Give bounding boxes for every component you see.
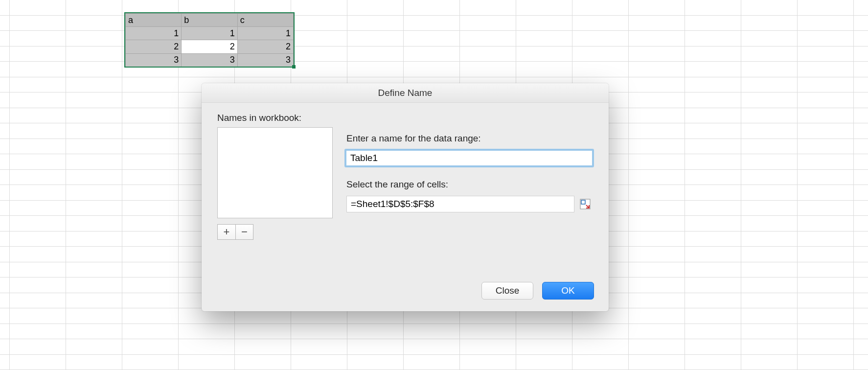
grid-cell[interactable]: [10, 278, 66, 293]
grid-cell[interactable]: [66, 278, 122, 293]
grid-cell[interactable]: [10, 77, 66, 93]
grid-cell[interactable]: [122, 154, 179, 170]
grid-cell[interactable]: [798, 231, 854, 247]
name-input[interactable]: [346, 151, 592, 165]
grid-cell[interactable]: [798, 262, 854, 278]
grid-cell[interactable]: [66, 216, 122, 231]
grid-cell[interactable]: [741, 201, 798, 216]
grid-cell[interactable]: [685, 92, 741, 108]
grid-cell[interactable]: [516, 324, 572, 340]
grid-cell[interactable]: [66, 355, 122, 370]
grid-cell[interactable]: [66, 31, 122, 46]
grid-cell[interactable]: [235, 324, 291, 340]
grid-cell[interactable]: [10, 308, 66, 324]
grid-cell[interactable]: [572, 339, 629, 355]
grid-cell[interactable]: [741, 262, 798, 278]
grid-cell[interactable]: [0, 16, 10, 31]
grid-cell[interactable]: [0, 339, 10, 355]
grid-cell[interactable]: [460, 355, 516, 370]
grid-cell[interactable]: [404, 46, 460, 62]
grid-cell[interactable]: [66, 92, 122, 108]
grid-cell[interactable]: [572, 0, 629, 16]
grid-cell[interactable]: [460, 46, 516, 62]
grid-cell[interactable]: [854, 92, 868, 108]
grid-cell[interactable]: [516, 339, 572, 355]
grid-cell[interactable]: [404, 0, 460, 16]
grid-cell[interactable]: [66, 62, 122, 77]
grid-cell[interactable]: [10, 185, 66, 201]
grid-cell[interactable]: [291, 355, 347, 370]
grid-cell[interactable]: [854, 16, 868, 31]
grid-cell[interactable]: [122, 201, 179, 216]
grid-cell[interactable]: [0, 201, 10, 216]
grid-cell[interactable]: [741, 247, 798, 262]
grid-cell[interactable]: [854, 355, 868, 370]
grid-cell[interactable]: [10, 108, 66, 124]
grid-cell[interactable]: [0, 308, 10, 324]
grid-cell[interactable]: [741, 139, 798, 155]
grid-cell[interactable]: [0, 108, 10, 124]
remove-name-button[interactable]: −: [235, 225, 253, 239]
grid-cell[interactable]: [741, 231, 798, 247]
grid-cell[interactable]: [10, 216, 66, 231]
grid-cell[interactable]: [460, 62, 516, 77]
grid-cell[interactable]: [10, 201, 66, 216]
grid-cell[interactable]: [629, 201, 685, 216]
add-name-button[interactable]: +: [218, 225, 235, 239]
table-header[interactable]: c: [237, 14, 293, 27]
table-cell[interactable]: 1: [182, 27, 237, 40]
grid-cell[interactable]: [685, 278, 741, 293]
grid-cell[interactable]: [629, 92, 685, 108]
grid-cell[interactable]: [460, 339, 516, 355]
grid-cell[interactable]: [685, 262, 741, 278]
grid-cell[interactable]: [629, 139, 685, 155]
grid-cell[interactable]: [66, 123, 122, 139]
grid-cell[interactable]: [404, 339, 460, 355]
grid-cell[interactable]: [629, 262, 685, 278]
grid-cell[interactable]: [0, 324, 10, 340]
table-header[interactable]: a: [126, 14, 182, 27]
grid-cell[interactable]: [854, 216, 868, 231]
table-header[interactable]: b: [182, 14, 237, 27]
grid-cell[interactable]: [460, 324, 516, 340]
grid-cell[interactable]: [854, 308, 868, 324]
range-picker-button[interactable]: [578, 197, 592, 211]
grid-cell[interactable]: [66, 170, 122, 185]
grid-cell[interactable]: [685, 308, 741, 324]
grid-cell[interactable]: [854, 46, 868, 62]
grid-cell[interactable]: [291, 46, 347, 62]
grid-cell[interactable]: [10, 154, 66, 170]
grid-cell[interactable]: [122, 170, 179, 185]
grid-cell[interactable]: [685, 46, 741, 62]
grid-cell[interactable]: [460, 16, 516, 31]
grid-cell[interactable]: [798, 77, 854, 93]
grid-cell[interactable]: [798, 92, 854, 108]
grid-cell[interactable]: [66, 139, 122, 155]
grid-cell[interactable]: [629, 77, 685, 93]
grid-cell[interactable]: [122, 324, 179, 340]
grid-cell[interactable]: [122, 308, 179, 324]
grid-cell[interactable]: [122, 339, 179, 355]
grid-cell[interactable]: [291, 339, 347, 355]
grid-cell[interactable]: [122, 185, 179, 201]
grid-cell[interactable]: [685, 62, 741, 77]
grid-cell[interactable]: [10, 231, 66, 247]
grid-cell[interactable]: [347, 324, 404, 340]
grid-cell[interactable]: [629, 216, 685, 231]
grid-cell[interactable]: [122, 355, 179, 370]
grid-cell[interactable]: [741, 0, 798, 16]
grid-cell[interactable]: [291, 0, 347, 16]
grid-cell[interactable]: [798, 308, 854, 324]
grid-cell[interactable]: [516, 16, 572, 31]
grid-cell[interactable]: [460, 31, 516, 46]
grid-cell[interactable]: [0, 170, 10, 185]
grid-cell[interactable]: [66, 108, 122, 124]
grid-cell[interactable]: [0, 216, 10, 231]
grid-cell[interactable]: [741, 92, 798, 108]
grid-cell[interactable]: [0, 46, 10, 62]
grid-cell[interactable]: [629, 108, 685, 124]
grid-cell[interactable]: [629, 324, 685, 340]
grid-cell[interactable]: [629, 170, 685, 185]
grid-cell[interactable]: [10, 262, 66, 278]
grid-cell[interactable]: [854, 31, 868, 46]
